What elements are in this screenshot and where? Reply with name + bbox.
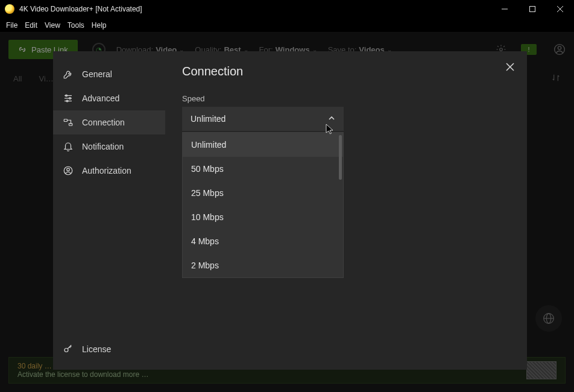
settings-sidebar: General Advanced Connection Notification… xyxy=(53,51,165,370)
settings-content: Connection Speed Unlimited Unlimited 50 … xyxy=(165,51,527,370)
close-button[interactable] xyxy=(546,0,574,18)
modal-close-button[interactable] xyxy=(503,60,517,74)
speed-dropdown: Unlimited 50 Mbps 25 Mbps 10 Mbps 4 Mbps… xyxy=(182,132,344,278)
nav-general[interactable]: General xyxy=(53,62,165,86)
window-title: 4K Video Downloader+ [Not Activated] xyxy=(19,5,142,13)
dropdown-scrollbar[interactable] xyxy=(339,135,342,180)
menu-bar: File Edit View Tools Help xyxy=(0,18,574,33)
nav-advanced-label: Advanced xyxy=(82,93,119,103)
close-icon xyxy=(506,63,514,71)
nav-connection-label: Connection xyxy=(82,118,125,127)
speed-option-25mbps[interactable]: 25 Mbps xyxy=(183,181,343,205)
speed-option-50mbps[interactable]: 50 Mbps xyxy=(183,157,343,181)
nav-advanced[interactable]: Advanced xyxy=(53,86,165,110)
menu-view[interactable]: View xyxy=(41,20,64,31)
svg-rect-1 xyxy=(530,7,535,12)
svg-point-20 xyxy=(65,349,68,352)
speed-option-unlimited[interactable]: Unlimited xyxy=(183,133,343,157)
settings-modal: General Advanced Connection Notification… xyxy=(53,51,527,370)
settings-page-title: Connection xyxy=(182,65,510,78)
key-icon xyxy=(63,344,74,355)
bell-icon xyxy=(63,141,74,152)
speed-select[interactable]: Unlimited Unlimited 50 Mbps 25 Mbps 10 M… xyxy=(182,107,344,131)
minimize-button[interactable] xyxy=(491,0,519,18)
maximize-button[interactable] xyxy=(519,0,546,18)
nav-authorization-label: Authorization xyxy=(82,166,131,175)
app-icon xyxy=(5,4,14,14)
user-circle-icon xyxy=(63,165,74,176)
menu-tools[interactable]: Tools xyxy=(64,20,88,31)
nav-license[interactable]: License xyxy=(53,337,165,361)
svg-rect-16 xyxy=(64,119,67,122)
nav-license-label: License xyxy=(82,344,111,354)
chevron-up-icon xyxy=(328,115,335,124)
svg-point-19 xyxy=(67,168,70,171)
speed-option-10mbps[interactable]: 10 Mbps xyxy=(183,205,343,229)
speed-selected-value: Unlimited xyxy=(191,114,226,124)
speed-label: Speed xyxy=(182,94,510,103)
wrench-icon xyxy=(63,69,74,80)
nav-authorization[interactable]: Authorization xyxy=(53,159,165,183)
speed-option-2mbps[interactable]: 2 Mbps xyxy=(183,253,343,277)
speed-option-4mbps[interactable]: 4 Mbps xyxy=(183,229,343,253)
window-controls xyxy=(491,0,574,18)
window-titlebar: 4K Video Downloader+ [Not Activated] xyxy=(0,0,574,18)
sliders-icon xyxy=(63,93,74,104)
nav-notification-label: Notification xyxy=(82,142,124,151)
menu-help[interactable]: Help xyxy=(88,20,110,31)
menu-file[interactable]: File xyxy=(2,20,21,31)
nav-general-label: General xyxy=(82,69,112,79)
connection-icon xyxy=(63,117,74,128)
nav-notification[interactable]: Notification xyxy=(53,134,165,159)
menu-edit[interactable]: Edit xyxy=(21,20,41,31)
nav-connection[interactable]: Connection xyxy=(53,110,165,134)
